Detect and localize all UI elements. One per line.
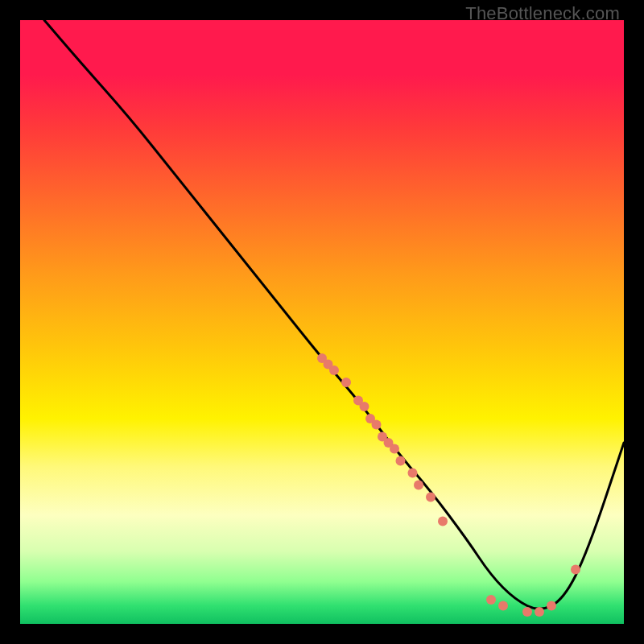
curve-marker: [329, 365, 339, 375]
curve-marker: [396, 456, 406, 466]
chart-svg: [20, 20, 624, 624]
curve-marker: [341, 378, 351, 387]
curve-marker: [571, 565, 580, 575]
curve-marker: [547, 601, 556, 611]
curve-markers: [317, 353, 580, 617]
curve-marker: [522, 607, 532, 617]
curve-marker: [535, 607, 544, 617]
curve-marker: [426, 493, 436, 502]
curve-marker: [486, 595, 496, 605]
curve-marker: [414, 481, 423, 490]
curve-marker: [438, 517, 448, 526]
chart-frame: TheBottleneck.com: [0, 0, 644, 644]
curve-marker: [498, 601, 508, 611]
curve-marker: [390, 444, 399, 454]
curve-marker: [408, 469, 418, 478]
bottleneck-curve: [44, 20, 624, 609]
curve-marker: [372, 420, 382, 430]
watermark-text: TheBottleneck.com: [465, 3, 620, 24]
chart-plot-area: [20, 20, 624, 624]
curve-marker: [360, 402, 369, 411]
